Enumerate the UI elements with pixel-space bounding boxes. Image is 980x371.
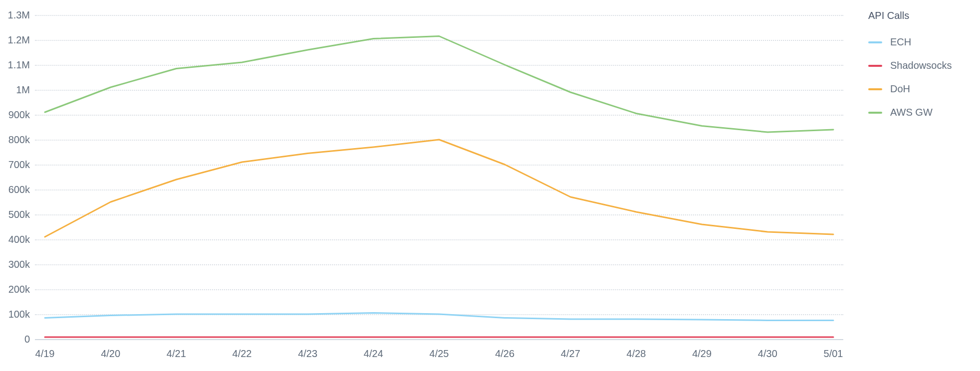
legend-label: AWS GW xyxy=(890,107,933,118)
y-tick-label: 0 xyxy=(24,334,35,345)
x-tick-label: 4/26 xyxy=(495,339,514,360)
x-tick-label: 4/24 xyxy=(364,339,383,360)
plot-area[interactable]: 0100k200k300k400k500k600k700k800k900k1M1… xyxy=(35,15,843,339)
y-tick-label: 300k xyxy=(8,259,35,270)
y-tick-label: 1.3M xyxy=(8,9,35,21)
x-tick-label: 4/27 xyxy=(561,339,580,360)
x-tick-label: 4/28 xyxy=(627,339,646,360)
y-tick-label: 600k xyxy=(8,184,35,195)
legend-item-ech[interactable]: ECH xyxy=(868,36,973,48)
y-tick-label: 1.2M xyxy=(8,34,35,46)
x-tick-label: 4/20 xyxy=(101,339,120,360)
series-line-aws-gw[interactable] xyxy=(45,36,833,133)
y-tick-label: 1.1M xyxy=(8,59,35,71)
line-chart: 0100k200k300k400k500k600k700k800k900k1M1… xyxy=(0,0,980,371)
legend-label: ECH xyxy=(890,36,911,48)
y-tick-label: 500k xyxy=(8,209,35,220)
legend-item-shadowsocks[interactable]: Shadowsocks xyxy=(868,60,973,71)
y-tick-label: 100k xyxy=(8,309,35,320)
legend-swatch xyxy=(868,112,882,114)
legend-label: Shadowsocks xyxy=(890,60,952,71)
x-tick-label: 4/23 xyxy=(298,339,317,360)
series-line-ech[interactable] xyxy=(45,313,833,321)
y-tick-label: 1M xyxy=(16,84,35,96)
y-tick-label: 700k xyxy=(8,159,35,171)
y-tick-label: 800k xyxy=(8,134,35,146)
lines-layer xyxy=(35,15,843,339)
legend: API Calls ECHShadowsocksDoHAWS GW xyxy=(868,10,973,130)
y-tick-label: 400k xyxy=(8,234,35,245)
legend-label: DoH xyxy=(890,83,910,95)
legend-item-aws-gw[interactable]: AWS GW xyxy=(868,107,973,118)
x-tick-label: 4/19 xyxy=(35,339,55,360)
legend-title: API Calls xyxy=(868,10,973,21)
series-line-doh[interactable] xyxy=(45,140,833,237)
x-tick-label: 4/30 xyxy=(758,339,777,360)
legend-swatch xyxy=(868,88,882,90)
x-tick-label: 4/21 xyxy=(167,339,186,360)
x-tick-label: 4/22 xyxy=(233,339,252,360)
y-tick-label: 200k xyxy=(8,284,35,295)
legend-item-doh[interactable]: DoH xyxy=(868,83,973,95)
y-tick-label: 900k xyxy=(8,109,35,121)
legend-swatch xyxy=(868,65,882,67)
x-tick-label: 4/25 xyxy=(430,339,449,360)
x-tick-label: 5/01 xyxy=(824,339,843,360)
x-tick-label: 4/29 xyxy=(692,339,712,360)
legend-swatch xyxy=(868,41,882,43)
legend-items: ECHShadowsocksDoHAWS GW xyxy=(868,36,973,118)
